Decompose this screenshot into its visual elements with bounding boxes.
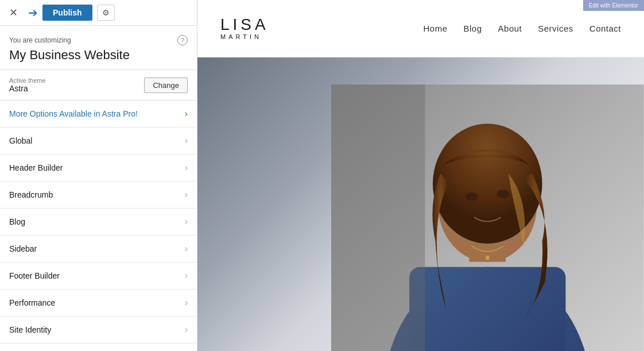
svg-point-8 [486, 256, 490, 260]
chevron-icon-astra-pro: › [185, 109, 188, 119]
logo-subtitle: MARTIN [220, 34, 269, 40]
theme-info: Active theme Astra [9, 77, 46, 93]
logo-block: LISA MARTIN [220, 17, 269, 40]
menu-item-site-identity[interactable]: Site Identity› [0, 317, 197, 344]
menu-item-label-footer-builder: Footer Builder [9, 271, 60, 280]
menu-list: More Options Available in Astra Pro!›Glo… [0, 101, 197, 351]
menu-item-footer-builder[interactable]: Footer Builder› [0, 263, 197, 290]
nav-link-contact[interactable]: Contact [589, 24, 621, 33]
menu-item-breadcrumb[interactable]: Breadcrumb› [0, 182, 197, 209]
theme-label: Active theme [9, 77, 46, 84]
chevron-icon-global: › [185, 136, 188, 146]
arrow-icon: ➔ [28, 6, 38, 20]
theme-block: Active theme Astra Change [0, 70, 197, 101]
nav-link-blog[interactable]: Blog [464, 24, 482, 33]
chevron-icon-site-identity: › [185, 325, 188, 335]
chevron-icon-sidebar: › [185, 244, 188, 254]
preview-inner: LISA MARTIN HomeBlogAboutServicesContact [197, 0, 644, 351]
hero-area [197, 57, 644, 351]
menu-item-label-sidebar: Sidebar [9, 244, 37, 253]
change-theme-button[interactable]: Change [144, 78, 188, 93]
menu-item-label-header-builder: Header Builder [9, 163, 63, 172]
menu-item-header-builder[interactable]: Header Builder› [0, 155, 197, 182]
logo-name: LISA [220, 17, 269, 33]
menu-item-blog[interactable]: Blog› [0, 209, 197, 236]
menu-item-performance[interactable]: Performance› [0, 290, 197, 317]
nav-link-home[interactable]: Home [424, 24, 448, 33]
close-button[interactable]: ✕ [6, 5, 21, 20]
publish-button[interactable]: Publish [42, 5, 92, 21]
menu-item-label-site-identity: Site Identity [9, 325, 51, 334]
nav-link-services[interactable]: Services [538, 24, 573, 33]
menu-item-sidebar[interactable]: Sidebar› [0, 236, 197, 263]
hero-background [197, 57, 644, 351]
svg-rect-9 [331, 84, 425, 351]
top-right-overlay: Edit with Elementor [583, 0, 644, 11]
svg-point-7 [497, 190, 510, 199]
chevron-icon-footer-builder: › [185, 271, 188, 281]
menu-item-label-performance: Performance [9, 298, 55, 307]
chevron-icon-blog: › [185, 217, 188, 227]
woman-figure [331, 57, 644, 351]
sidebar: ✕ ➔ Publish ⚙ You are customizing ? My B… [0, 0, 197, 351]
svg-point-6 [466, 192, 479, 201]
nav-links: HomeBlogAboutServicesContact [424, 24, 621, 33]
preview-nav: LISA MARTIN HomeBlogAboutServicesContact [197, 0, 644, 57]
top-bar: ✕ ➔ Publish ⚙ [0, 0, 197, 26]
settings-button[interactable]: ⚙ [97, 5, 115, 21]
menu-item-label-blog: Blog [9, 217, 25, 226]
theme-name: Astra [9, 84, 46, 93]
menu-item-label-astra-pro: More Options Available in Astra Pro! [9, 109, 138, 118]
customizing-block: You are customizing ? My Business Websit… [0, 26, 197, 70]
svg-point-5 [433, 124, 542, 244]
menu-item-astra-pro[interactable]: More Options Available in Astra Pro!› [0, 101, 197, 128]
menu-item-global[interactable]: Global› [0, 128, 197, 155]
chevron-icon-performance: › [185, 298, 188, 308]
customizing-label: You are customizing ? [9, 35, 188, 45]
menu-item-label-global: Global [9, 136, 32, 145]
preview-area: LISA MARTIN HomeBlogAboutServicesContact [197, 0, 644, 351]
menu-item-label-breadcrumb: Breadcrumb [9, 190, 53, 199]
chevron-icon-breadcrumb: › [185, 190, 188, 200]
customizing-text: You are customizing [9, 36, 71, 44]
help-icon[interactable]: ? [177, 35, 188, 45]
chevron-icon-header-builder: › [185, 163, 188, 173]
site-name: My Business Website [9, 48, 188, 63]
nav-link-about[interactable]: About [498, 24, 522, 33]
